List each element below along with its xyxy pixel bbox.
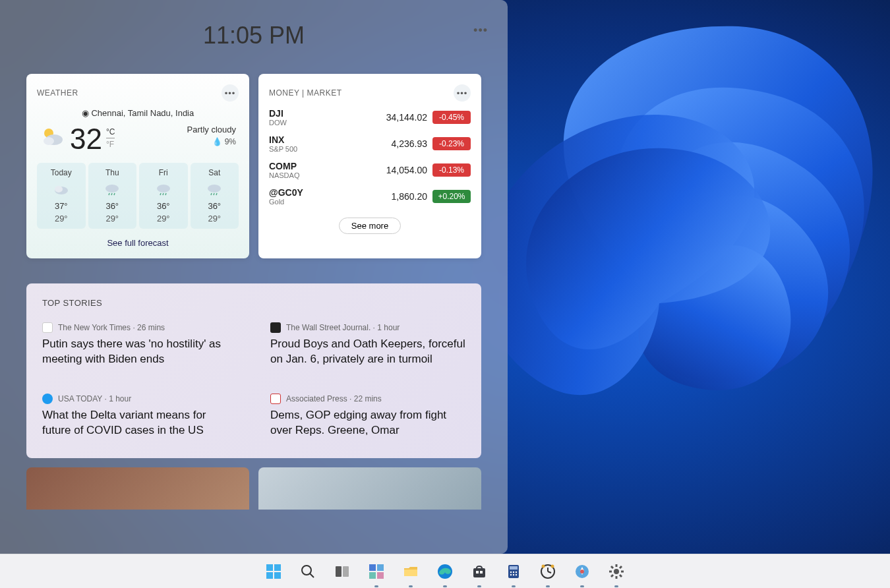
forecast-day[interactable]: Sat 36° 29° <box>191 163 239 229</box>
svg-line-55 <box>611 566 613 568</box>
svg-rect-30 <box>404 570 417 576</box>
droplet-icon: 💧 <box>212 137 222 146</box>
market-row[interactable]: COMP NASDAQ 14,054.00 -0.13% <box>269 161 471 179</box>
svg-line-57 <box>611 575 613 577</box>
cloud-rain-icon <box>142 181 185 196</box>
svg-point-47 <box>551 564 554 568</box>
weather-widget[interactable]: WEATHER ••• ◉ Chennai, Tamil Nadu, India <box>26 74 249 258</box>
top-stories-widget: TOP STORIES The New York Times · 26 mins… <box>26 283 481 458</box>
svg-line-56 <box>620 575 622 577</box>
svg-rect-34 <box>480 571 483 573</box>
market-see-more-button[interactable]: See more <box>339 218 401 234</box>
file-explorer-button[interactable] <box>401 562 420 581</box>
market-widget[interactable]: MONEY | MARKET ••• DJI DOW 34,144.02 -0.… <box>258 74 481 258</box>
market-title: MONEY | MARKET <box>269 88 342 98</box>
edge-button[interactable] <box>436 562 454 581</box>
svg-point-46 <box>542 564 545 568</box>
news-image-card[interactable] <box>26 467 249 510</box>
svg-line-45 <box>548 572 551 573</box>
snipping-tool-button[interactable] <box>573 562 591 581</box>
svg-line-8 <box>111 193 112 195</box>
svg-line-12 <box>163 193 163 195</box>
market-row[interactable]: @GC0Y Gold 1,860.20 +0.20% <box>269 187 471 206</box>
svg-point-5 <box>55 186 63 192</box>
svg-rect-25 <box>343 566 349 577</box>
forecast-day[interactable]: Thu 36° 29° <box>88 163 137 229</box>
cloud-rain-icon <box>193 181 237 196</box>
weather-partly-cloudy-icon <box>40 125 66 151</box>
forecast-day[interactable]: Fri 36° 29° <box>139 163 188 229</box>
svg-rect-24 <box>336 566 341 577</box>
svg-line-11 <box>160 193 161 195</box>
svg-point-6 <box>105 185 119 192</box>
market-row[interactable]: INX S&P 500 4,236.93 -0.23% <box>269 134 471 153</box>
cloud-icon <box>40 181 83 196</box>
svg-point-42 <box>516 573 517 575</box>
svg-rect-18 <box>266 564 273 571</box>
ap-icon <box>270 394 281 404</box>
unit-fahrenheit[interactable]: °F <box>106 138 115 149</box>
weather-temperature: 32 <box>70 125 102 154</box>
widgets-panel: 11:05 PM ••• WEATHER ••• ◉ Chennai, Tami… <box>0 0 508 554</box>
location-pin-icon: ◉ <box>82 108 89 118</box>
panel-time: 11:05 PM <box>203 22 305 49</box>
market-row[interactable]: DJI DOW 34,144.02 -0.45% <box>269 108 471 127</box>
svg-point-37 <box>510 571 512 572</box>
svg-point-22 <box>302 566 311 575</box>
svg-point-14 <box>208 185 221 192</box>
svg-point-39 <box>516 571 517 572</box>
cloud-rain-icon <box>91 181 134 196</box>
task-view-button[interactable] <box>333 562 351 581</box>
weather-location: ◉ Chennai, Tamil Nadu, India <box>37 108 239 118</box>
svg-point-38 <box>513 571 514 572</box>
forecast-day[interactable]: Today 37° 29° <box>37 163 86 229</box>
store-button[interactable] <box>470 562 489 581</box>
settings-button[interactable] <box>607 562 626 581</box>
svg-rect-28 <box>369 572 376 579</box>
calculator-button[interactable] <box>504 562 523 581</box>
svg-line-23 <box>310 573 314 577</box>
svg-rect-29 <box>377 572 384 579</box>
usatoday-icon <box>42 394 53 404</box>
wsj-icon <box>270 322 281 333</box>
svg-line-58 <box>620 566 622 568</box>
widgets-button[interactable] <box>367 562 386 581</box>
svg-line-7 <box>109 193 109 195</box>
svg-point-3 <box>44 137 54 145</box>
svg-line-15 <box>211 193 212 195</box>
start-button[interactable] <box>264 562 283 581</box>
svg-rect-27 <box>377 564 384 571</box>
weather-menu-button[interactable]: ••• <box>222 84 239 102</box>
svg-rect-32 <box>473 568 485 577</box>
svg-point-40 <box>510 573 512 575</box>
see-full-forecast-link[interactable]: See full forecast <box>37 238 239 248</box>
weather-condition: Partly cloudy <box>187 125 236 134</box>
market-menu-button[interactable]: ••• <box>454 84 471 102</box>
svg-rect-36 <box>510 566 518 570</box>
taskbar <box>0 554 890 588</box>
svg-point-10 <box>157 185 170 192</box>
svg-line-9 <box>114 193 115 195</box>
change-badge: -0.13% <box>432 163 471 177</box>
top-stories-title: TOP STORIES <box>42 298 465 308</box>
svg-line-16 <box>214 193 214 195</box>
unit-celsius[interactable]: °C <box>106 127 115 138</box>
story-item[interactable]: USA TODAY · 1 hour What the Delta varian… <box>42 394 237 438</box>
clock-button[interactable] <box>539 562 557 581</box>
svg-point-50 <box>614 569 619 574</box>
svg-point-49 <box>580 570 584 573</box>
change-badge: +0.20% <box>432 190 471 203</box>
story-item[interactable]: The New York Times · 26 mins Putin says … <box>42 322 237 367</box>
svg-rect-21 <box>274 572 281 579</box>
story-item[interactable]: Associated Press · 22 mins Dems, GOP edg… <box>270 394 465 438</box>
change-badge: -0.23% <box>432 137 471 150</box>
panel-menu-button[interactable]: ••• <box>473 24 488 38</box>
search-button[interactable] <box>299 562 317 581</box>
forecast-row: Today 37° 29° Thu 36° 29° Fri 36° 29° <box>37 163 239 229</box>
svg-line-13 <box>165 193 166 195</box>
change-badge: -0.45% <box>432 111 471 124</box>
news-image-card[interactable] <box>258 467 481 510</box>
story-item[interactable]: The Wall Street Journal. · 1 hour Proud … <box>270 322 465 367</box>
weather-humidity: 9% <box>225 137 236 146</box>
svg-line-17 <box>216 193 217 195</box>
